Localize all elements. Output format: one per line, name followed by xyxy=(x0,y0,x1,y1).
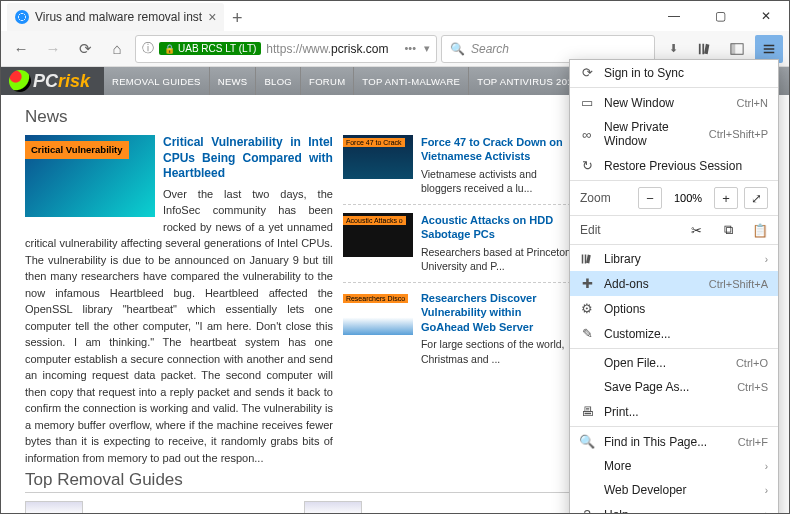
fullscreen-button[interactable]: ⤢ xyxy=(744,187,768,209)
site-logo[interactable]: PCrisk xyxy=(9,70,90,92)
zoom-out-button[interactable]: − xyxy=(638,187,662,209)
restore-icon: ↻ xyxy=(580,158,594,173)
sync-icon: ⟳ xyxy=(580,65,594,80)
logo-icon xyxy=(9,70,31,92)
print-icon: 🖶 xyxy=(580,404,594,419)
lead-image-label: Critical Vulnerability xyxy=(25,141,129,159)
removal-guide-item[interactable]: Microsoft Warning Alert Scam xyxy=(304,501,571,513)
news-title: Acoustic Attacks on HDD Sabotage PCs xyxy=(421,213,571,242)
window-icon: ▭ xyxy=(580,95,594,110)
news-heading: News xyxy=(25,107,571,127)
removal-guide-item[interactable]: Search.yahoo.com Redirect xyxy=(25,501,292,513)
tab-title: Virus and malware removal inst xyxy=(35,10,202,24)
menu-edit: Edit ✂ ⧉ 📋 xyxy=(570,218,778,242)
menu-new-window[interactable]: ▭New WindowCtrl+N xyxy=(570,90,778,115)
chevron-right-icon: › xyxy=(765,485,768,496)
addons-icon: ✚ xyxy=(580,276,594,291)
home-button[interactable]: ⌂ xyxy=(103,35,131,63)
close-window-button[interactable]: ✕ xyxy=(743,1,789,31)
reload-button[interactable]: ⟳ xyxy=(71,35,99,63)
copy-icon[interactable]: ⧉ xyxy=(720,222,736,238)
gear-icon: ⚙ xyxy=(580,301,594,316)
chevron-right-icon: › xyxy=(765,461,768,472)
news-thumb: Acoustic Attacks o xyxy=(343,213,413,257)
url-actions: ••• ▾ xyxy=(404,42,430,55)
lead-image: Critical Vulnerability xyxy=(25,135,155,217)
lead-article[interactable]: Critical Vulnerability Critical Vulnerab… xyxy=(25,135,333,466)
cut-icon[interactable]: ✂ xyxy=(688,223,704,238)
dropdown-icon[interactable]: ▾ xyxy=(424,42,430,55)
nav-forum[interactable]: FORUM xyxy=(301,67,354,95)
paste-icon[interactable]: 📋 xyxy=(752,223,768,238)
window-titlebar: Virus and malware removal inst × + — ▢ ✕ xyxy=(1,1,789,31)
customize-icon: ✎ xyxy=(580,326,594,341)
main-column: News Critical Vulnerability Critical Vul… xyxy=(25,103,571,513)
menu-library[interactable]: Library› xyxy=(570,247,778,271)
news-excerpt: For large sections of the world, Christm… xyxy=(421,337,571,366)
news-item[interactable]: Researchers Disco Researchers Discover V… xyxy=(343,291,571,374)
menu-signin[interactable]: ⟳Sign in to Sync xyxy=(570,60,778,85)
menu-restore-session[interactable]: ↻Restore Previous Session xyxy=(570,153,778,178)
tab-favicon xyxy=(15,10,29,24)
menu-help[interactable]: ?Help› xyxy=(570,502,778,514)
top-removal-heading: Top Removal Guides xyxy=(25,470,571,493)
url-bar[interactable]: ⓘ 🔒UAB RCS LT (LT) https://www.pcrisk.co… xyxy=(135,35,437,63)
browser-tab[interactable]: Virus and malware removal inst × xyxy=(7,3,224,31)
secondary-news: Force 47 to Crack Force 47 to Crack Down… xyxy=(343,135,571,466)
search-icon: 🔍 xyxy=(450,42,465,56)
news-thumb: Force 47 to Crack xyxy=(343,135,413,179)
maximize-button[interactable]: ▢ xyxy=(697,1,743,31)
news-thumb: Researchers Disco xyxy=(343,291,413,335)
menu-customize[interactable]: ✎Customize... xyxy=(570,321,778,346)
reader-icon[interactable]: ••• xyxy=(404,42,416,55)
menu-more[interactable]: More› xyxy=(570,454,778,478)
news-title: Force 47 to Crack Down on Vietnamese Act… xyxy=(421,135,571,164)
app-menu: ⟳Sign in to Sync ▭New WindowCtrl+N ∞New … xyxy=(569,59,779,514)
lead-body: Over the last two days, the InfoSec comm… xyxy=(25,188,333,464)
logo-text: PCrisk xyxy=(33,71,90,92)
menu-zoom: Zoom − 100% + ⤢ xyxy=(570,183,778,213)
search-icon: 🔍 xyxy=(580,434,594,449)
zoom-in-button[interactable]: + xyxy=(714,187,738,209)
news-excerpt: Vietnamese activists and bloggers receiv… xyxy=(421,167,571,196)
menu-open-file[interactable]: Open File...Ctrl+O xyxy=(570,351,778,375)
search-placeholder: Search xyxy=(471,42,509,56)
info-icon[interactable]: ⓘ xyxy=(142,40,154,57)
nav-anti-malware[interactable]: TOP ANTI-MALWARE xyxy=(354,67,469,95)
nav-news[interactable]: NEWS xyxy=(210,67,257,95)
chevron-right-icon: › xyxy=(765,254,768,265)
menu-options[interactable]: ⚙Options xyxy=(570,296,778,321)
news-item[interactable]: Force 47 to Crack Force 47 to Crack Down… xyxy=(343,135,571,205)
menu-web-developer[interactable]: Web Developer› xyxy=(570,478,778,502)
zoom-value: 100% xyxy=(668,192,708,204)
svg-rect-1 xyxy=(731,43,735,54)
minimize-button[interactable]: — xyxy=(651,1,697,31)
help-icon: ? xyxy=(580,507,594,514)
tab-close-icon[interactable]: × xyxy=(208,9,216,25)
back-button[interactable]: ← xyxy=(7,35,35,63)
identity-badge[interactable]: 🔒UAB RCS LT (LT) xyxy=(159,42,261,55)
window-controls: — ▢ ✕ xyxy=(651,1,789,31)
nav-removal-guides[interactable]: REMOVAL GUIDES xyxy=(104,67,210,95)
news-item[interactable]: Acoustic Attacks o Acoustic Attacks on H… xyxy=(343,213,571,283)
chevron-right-icon: › xyxy=(765,509,768,514)
news-title: Researchers Discover Vulnerability withi… xyxy=(421,291,571,334)
new-tab-button[interactable]: + xyxy=(224,5,250,31)
private-icon: ∞ xyxy=(580,127,594,142)
news-excerpt: Researchers based at Princeton Universit… xyxy=(421,245,571,274)
nav-blog[interactable]: BLOG xyxy=(256,67,301,95)
menu-addons[interactable]: ✚Add-onsCtrl+Shift+A xyxy=(570,271,778,296)
menu-find[interactable]: 🔍Find in This Page...Ctrl+F xyxy=(570,429,778,454)
guide-thumb xyxy=(304,501,362,513)
menu-print[interactable]: 🖶Print... xyxy=(570,399,778,424)
url-text: https://www.pcrisk.com xyxy=(266,42,388,56)
guide-thumb xyxy=(25,501,83,513)
menu-new-private[interactable]: ∞New Private WindowCtrl+Shift+P xyxy=(570,115,778,153)
library-icon xyxy=(580,253,594,265)
menu-save-as[interactable]: Save Page As...Ctrl+S xyxy=(570,375,778,399)
forward-button[interactable]: → xyxy=(39,35,67,63)
